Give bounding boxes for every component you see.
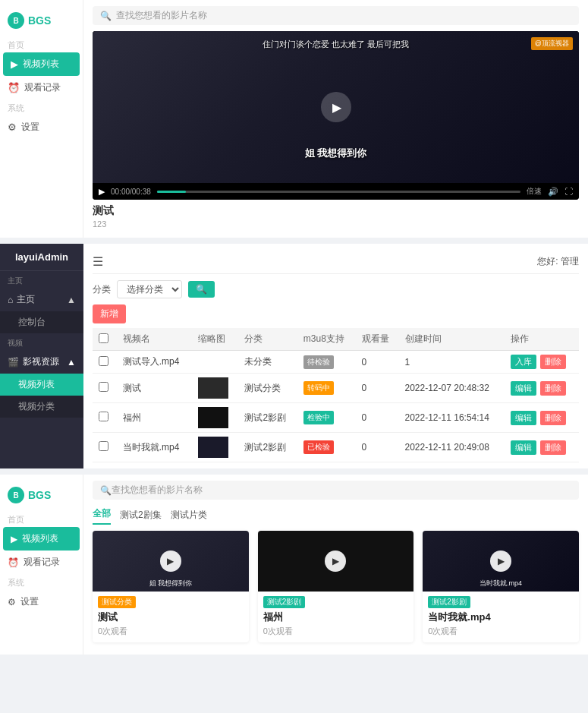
admin-header: ☰ 您好: 管理 <box>93 250 579 274</box>
delete-button-1[interactable]: 删除 <box>540 355 566 369</box>
nav2-section-video: 视频 <box>0 333 83 350</box>
row-select-3[interactable] <box>99 412 108 421</box>
row-m3u8-2: 转码中 <box>297 374 356 403</box>
row-select-4[interactable] <box>99 441 108 451</box>
card-play-button-2[interactable]: ▶ <box>325 551 346 572</box>
play-button-overlay[interactable] <box>321 92 351 122</box>
row-views-4: 0 <box>356 433 399 462</box>
row-checkbox <box>93 403 117 433</box>
logo-3: B BGS <box>0 482 83 511</box>
tab-test2-series[interactable]: 测试2剧集 <box>120 509 162 525</box>
main-content-3: 🔍 查找您想看的影片名称 全部 测试2剧集 测试片类 ▶ 姐 我想得到你 测试分… <box>83 475 588 655</box>
col-category: 分类 <box>238 328 297 351</box>
settings-icon-3: ⚙ <box>8 597 16 607</box>
search-placeholder-3: 查找您想看的影片名称 <box>112 484 203 497</box>
play-pause-button[interactable]: ▶ <box>99 187 105 197</box>
import-button-1[interactable]: 入库 <box>511 355 536 369</box>
card-count-1: 0次观看 <box>98 626 244 637</box>
video-subtitle-bottom: 姐 我想得到你 <box>305 147 367 160</box>
card-title-1: 测试 <box>98 610 244 624</box>
sidebar-item-video-list-3[interactable]: ▶ 视频列表 <box>3 527 80 551</box>
nav-label-watch-history-3: 观看记录 <box>24 556 60 569</box>
row-thumb-3 <box>192 403 238 433</box>
tab-test-category[interactable]: 测试片类 <box>171 509 207 525</box>
row-category-1: 未分类 <box>238 351 297 374</box>
table-row: 测试导入.mp4 未分类 待检验 0 1 入库 删除 <box>93 351 579 374</box>
search-bar-1[interactable]: 🔍 查找您想看的影片名称 <box>93 6 579 25</box>
row-category-3: 测试2影剧 <box>238 403 297 433</box>
row-select-1[interactable] <box>99 356 108 366</box>
tab-all[interactable]: 全部 <box>93 507 111 525</box>
nav-label-settings-1: 设置 <box>21 121 39 134</box>
sidebar-item-watch-history-1[interactable]: ⏰ 观看记录 <box>0 76 83 99</box>
sidebar2-item-console[interactable]: 控制台 <box>0 311 83 333</box>
card-play-button-1[interactable]: ▶ <box>160 551 181 572</box>
video-controls: ▶ 00:00/00:38 倍速 🔊 ⛶ <box>93 183 579 200</box>
hamburger-icon[interactable]: ☰ <box>93 254 103 269</box>
sidebar-item-settings-3[interactable]: ⚙ 设置 <box>0 590 83 614</box>
sidebar2-item-video-resources[interactable]: 🎬 影视资源 ▲ <box>0 350 83 374</box>
nav-label-settings-3: 设置 <box>20 595 39 608</box>
thumbnail-4 <box>198 437 228 458</box>
video-progress-bar[interactable] <box>157 191 520 193</box>
row-actions-3: 编辑 删除 <box>505 403 579 433</box>
thumbnail-2 <box>198 377 228 399</box>
edit-button-4[interactable]: 编辑 <box>511 440 536 455</box>
row-created-4: 2022-12-11 20:49:08 <box>399 433 505 462</box>
card-tag-1: 测试分类 <box>98 596 136 608</box>
table-row: 福州 测试2影剧 检验中 0 2022-12-11 16:54:14 编辑 删除 <box>93 403 579 433</box>
row-m3u8-4: 已检验 <box>297 433 356 462</box>
video-icon-3: ▶ <box>11 534 17 544</box>
row-views-2: 0 <box>356 374 399 403</box>
card-thumbnail-2[interactable]: ▶ <box>258 531 414 592</box>
nav-section-label-sys-1: 系统 <box>0 99 83 115</box>
speed-control[interactable]: 倍速 <box>527 186 542 197</box>
card-thumbnail-1[interactable]: ▶ 姐 我想得到你 <box>93 531 249 592</box>
add-video-button[interactable]: 新增 <box>93 304 126 323</box>
main-content-1: 🔍 查找您想看的影片名称 住门对门谈个恋爱 也太难了 最后可把我 @顶流视器 姐… <box>83 0 588 238</box>
logo-icon-3: B <box>8 487 24 503</box>
search-bar-3[interactable]: 🔍 查找您想看的影片名称 <box>93 481 579 500</box>
delete-button-2[interactable]: 删除 <box>540 381 566 396</box>
video-card-2: ▶ 测试2影剧 福州 0次观看 <box>258 531 414 642</box>
card-thumbnail-3[interactable]: ▶ 当时我就.mp4 <box>423 531 579 592</box>
video-subtitle: 123 <box>93 219 579 229</box>
main-content-2: ☰ 您好: 管理 分类 选择分类 🔍 新增 视频名 缩略图 分类 m3u8支持 … <box>83 244 588 468</box>
category-select[interactable]: 选择分类 <box>117 280 182 298</box>
search-placeholder-1: 查找您想看的影片名称 <box>116 9 207 22</box>
col-m3u8: m3u8支持 <box>297 328 356 351</box>
sidebar2-item-video-list[interactable]: 视频列表 <box>0 374 83 396</box>
sidebar-item-watch-history-3[interactable]: ⏰ 观看记录 <box>0 551 83 574</box>
row-thumb-1 <box>192 351 238 374</box>
card-play-button-3[interactable]: ▶ <box>490 551 511 572</box>
card-title-3: 当时我就.mp4 <box>428 610 574 624</box>
col-views: 观看量 <box>356 328 399 351</box>
fullscreen-button[interactable]: ⛶ <box>564 187 573 196</box>
video-progress-fill <box>157 191 186 193</box>
sidebar-item-settings-1[interactable]: ⚙ 设置 <box>0 115 83 139</box>
section-admin-panel: layuiAdmin 主页 ⌂ 主页 ▲ 控制台 视频 🎬 影视资源 ▲ 视频列… <box>0 244 588 468</box>
edit-button-2[interactable]: 编辑 <box>511 381 536 396</box>
table-row: 测试 测试分类 转码中 0 2022-12-07 20:48:32 编辑 删除 <box>93 374 579 403</box>
thumbnail-3 <box>198 407 228 428</box>
nav-label-watch-history-1: 观看记录 <box>24 81 61 94</box>
settings-icon-1: ⚙ <box>8 121 17 133</box>
delete-button-4[interactable]: 删除 <box>540 440 566 455</box>
card-count-2: 0次观看 <box>263 626 409 637</box>
video-time: 00:00/00:38 <box>111 188 151 196</box>
row-select-2[interactable] <box>99 382 108 392</box>
logo-text-1: BGS <box>28 14 51 27</box>
row-created-3: 2022-12-11 16:54:14 <box>399 403 505 433</box>
video-subtitle-top: 住门对门谈个恋爱 也太难了 最后可把我 <box>117 39 555 50</box>
volume-control[interactable]: 🔊 <box>548 187 558 197</box>
select-all-checkbox[interactable] <box>99 333 108 343</box>
sidebar2-item-home[interactable]: ⌂ 主页 ▲ <box>0 288 83 311</box>
sidebar-item-video-list-1[interactable]: ▶ 视频列表 <box>3 52 80 76</box>
edit-button-3[interactable]: 编辑 <box>511 411 536 425</box>
col-actions: 操作 <box>505 328 579 351</box>
row-name-4: 当时我就.mp4 <box>117 433 192 462</box>
delete-button-3[interactable]: 删除 <box>540 411 566 425</box>
sidebar2-item-video-category[interactable]: 视频分类 <box>0 396 83 418</box>
search-button[interactable]: 🔍 <box>188 281 215 298</box>
card-thumb-text-3: 当时我就.mp4 <box>423 579 579 588</box>
